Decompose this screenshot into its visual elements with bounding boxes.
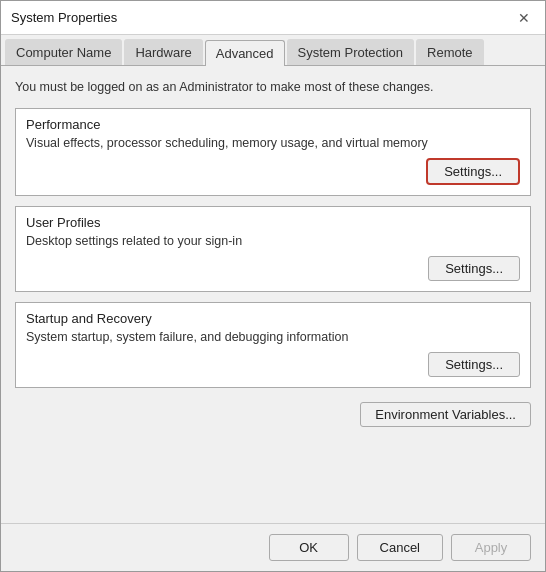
user-profiles-btn-row: Settings... [26, 256, 520, 281]
system-properties-window: System Properties ✕ Computer Name Hardwa… [0, 0, 546, 572]
performance-desc: Visual effects, processor scheduling, me… [26, 136, 520, 150]
title-bar: System Properties ✕ [1, 1, 545, 35]
startup-recovery-label: Startup and Recovery [26, 311, 520, 326]
tab-system-protection[interactable]: System Protection [287, 39, 415, 65]
tab-remote[interactable]: Remote [416, 39, 484, 65]
performance-settings-button[interactable]: Settings... [426, 158, 520, 185]
startup-recovery-settings-button[interactable]: Settings... [428, 352, 520, 377]
environment-variables-button[interactable]: Environment Variables... [360, 402, 531, 427]
tab-bar: Computer Name Hardware Advanced System P… [1, 35, 545, 66]
performance-btn-row: Settings... [26, 158, 520, 185]
user-profiles-section: User Profiles Desktop settings related t… [15, 206, 531, 292]
ok-button[interactable]: OK [269, 534, 349, 561]
user-profiles-label: User Profiles [26, 215, 520, 230]
window-title: System Properties [11, 10, 117, 25]
admin-notice: You must be logged on as an Administrato… [15, 78, 531, 98]
performance-label: Performance [26, 117, 520, 132]
content-area: You must be logged on as an Administrato… [1, 66, 545, 523]
startup-recovery-section: Startup and Recovery System startup, sys… [15, 302, 531, 388]
user-profiles-desc: Desktop settings related to your sign-in [26, 234, 520, 248]
startup-recovery-desc: System startup, system failure, and debu… [26, 330, 520, 344]
performance-section: Performance Visual effects, processor sc… [15, 108, 531, 196]
tab-computer-name[interactable]: Computer Name [5, 39, 122, 65]
cancel-button[interactable]: Cancel [357, 534, 443, 561]
footer: OK Cancel Apply [1, 523, 545, 571]
env-variables-row: Environment Variables... [15, 402, 531, 427]
apply-button[interactable]: Apply [451, 534, 531, 561]
tab-advanced[interactable]: Advanced [205, 40, 285, 66]
user-profiles-settings-button[interactable]: Settings... [428, 256, 520, 281]
close-button[interactable]: ✕ [513, 7, 535, 29]
tab-hardware[interactable]: Hardware [124, 39, 202, 65]
startup-recovery-btn-row: Settings... [26, 352, 520, 377]
